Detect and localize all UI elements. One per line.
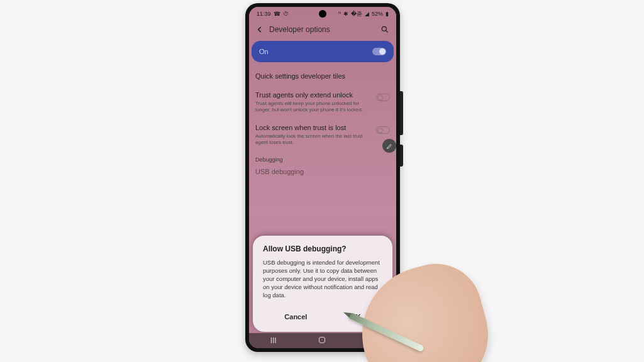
back-button[interactable] bbox=[255, 25, 265, 34]
trust-agents-extend-row[interactable]: Trust agents only extend unlock Trust ag… bbox=[255, 86, 390, 119]
wifi-icon: �줃 bbox=[351, 10, 362, 18]
status-call-icon: ☎ bbox=[274, 11, 280, 17]
camera-cutout bbox=[319, 10, 326, 18]
status-stopwatch-icon: ⏱ bbox=[283, 11, 289, 17]
row-label: Lock screen when trust is lost bbox=[255, 124, 371, 132]
usb-debugging-row[interactable]: USB debugging bbox=[255, 163, 390, 182]
quick-settings-tiles-row[interactable]: Quick settings developer tiles bbox=[255, 67, 390, 86]
settings-list: Quick settings developer tiles Trust age… bbox=[255, 67, 390, 182]
signal-icon: ◢ bbox=[365, 11, 369, 17]
bluetooth-icon: ✱ bbox=[343, 11, 348, 17]
edit-fab[interactable] bbox=[382, 139, 396, 153]
on-label: On bbox=[259, 48, 269, 55]
battery-icon: ▮ bbox=[386, 11, 389, 17]
nav-recents-icon[interactable]: III bbox=[270, 336, 277, 345]
dialog-title: Allow USB debugging? bbox=[263, 244, 382, 253]
cancel-button[interactable]: Cancel bbox=[277, 309, 314, 324]
side-button bbox=[400, 91, 403, 135]
page-title: Developer options bbox=[269, 25, 380, 34]
nav-home-icon[interactable] bbox=[319, 336, 325, 345]
row-label: Quick settings developer tiles bbox=[255, 72, 390, 80]
row-subtitle: Trust agents will keep your phone unlock… bbox=[255, 101, 371, 113]
lock-screen-trust-row[interactable]: Lock screen when trust is lost Automatic… bbox=[255, 119, 390, 151]
screen-header: Developer options bbox=[249, 21, 396, 38]
nfc-icon: ᴺ bbox=[338, 11, 341, 17]
section-caption-debugging: Debugging bbox=[255, 156, 390, 163]
master-switch-icon bbox=[372, 48, 386, 55]
svg-point-0 bbox=[382, 26, 386, 31]
side-button bbox=[400, 145, 403, 167]
developer-options-master-toggle[interactable]: On bbox=[252, 41, 394, 62]
toggle-off-icon[interactable] bbox=[376, 126, 390, 134]
svg-line-1 bbox=[386, 31, 388, 33]
row-label: Trust agents only extend unlock bbox=[255, 91, 371, 99]
battery-text: 52% bbox=[372, 11, 383, 17]
status-time: 11:39 bbox=[257, 11, 271, 17]
dialog-body: USB debugging is intended for developmen… bbox=[263, 258, 382, 299]
search-button[interactable] bbox=[380, 25, 390, 34]
row-label: USB debugging bbox=[255, 168, 390, 176]
toggle-off-icon[interactable] bbox=[376, 94, 390, 101]
row-subtitle: Automatically lock the screen when the l… bbox=[255, 133, 371, 146]
